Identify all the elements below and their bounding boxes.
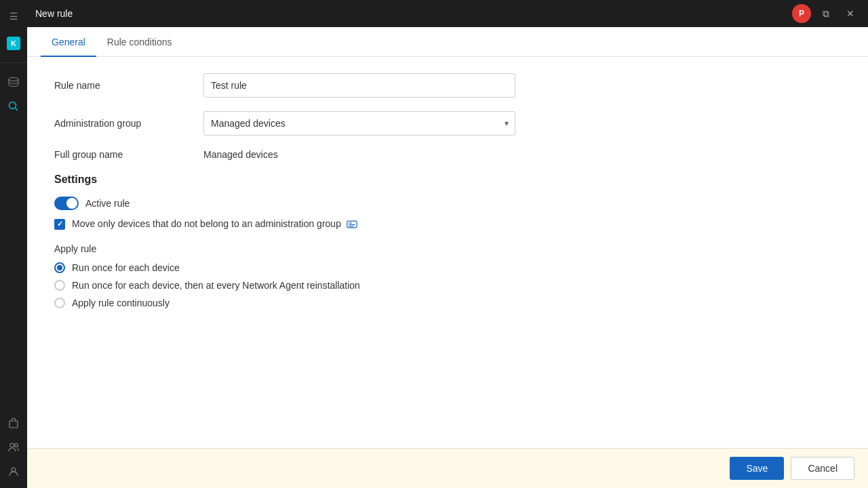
radio-group-apply-rule: Run once for each device Run once for ea… xyxy=(54,262,841,308)
administration-group-row: Administration group Managed devices ▾ xyxy=(54,111,841,136)
administration-group-label: Administration group xyxy=(54,118,203,129)
window-icon: ⧉ xyxy=(823,8,829,20)
tabs-bar: General Rule conditions xyxy=(27,27,868,57)
rule-name-input[interactable] xyxy=(203,73,515,98)
close-icon: ✕ xyxy=(846,8,854,19)
sidebar-menu-icon[interactable]: ☰ xyxy=(3,5,24,27)
radio-row-run-once: Run once for each device xyxy=(54,262,841,273)
sidebar-icon-bag[interactable] xyxy=(3,412,24,434)
settings-section: Settings Active rule Move only devices t… xyxy=(54,174,841,308)
radio-apply-continuous-label: Apply rule continuously xyxy=(72,298,170,308)
info-icon[interactable] xyxy=(347,219,357,230)
administration-group-select-wrapper: Managed devices ▾ xyxy=(203,111,515,136)
sidebar-icon-database[interactable] xyxy=(3,71,24,93)
window-button[interactable]: ⧉ xyxy=(816,4,835,23)
svg-text:K: K xyxy=(11,39,16,47)
radio-row-run-reinstall: Run once for each device, then at every … xyxy=(54,280,841,291)
radio-run-reinstall[interactable] xyxy=(54,280,65,291)
svg-line-4 xyxy=(16,108,18,111)
move-devices-label: Move only devices that do not belong to … xyxy=(72,218,357,230)
svg-rect-11 xyxy=(349,224,355,225)
sidebar-icon-person[interactable] xyxy=(3,461,24,483)
svg-point-8 xyxy=(12,468,16,472)
form-content: Rule name Administration group Managed d… xyxy=(27,57,868,448)
svg-point-7 xyxy=(15,444,18,447)
rule-name-row: Rule name xyxy=(54,73,841,98)
save-button[interactable]: Save xyxy=(730,457,784,480)
svg-rect-10 xyxy=(349,223,352,224)
sidebar-logo[interactable]: K xyxy=(3,33,24,54)
radio-run-once-label: Run once for each device xyxy=(72,262,180,273)
titlebar: New rule P ⧉ ✕ xyxy=(27,0,868,27)
sidebar-icon-users[interactable] xyxy=(3,436,24,458)
move-devices-checkbox[interactable] xyxy=(54,219,65,230)
active-rule-toggle[interactable] xyxy=(54,197,79,210)
radio-apply-continuous[interactable] xyxy=(54,298,65,308)
dialog-title: New rule xyxy=(35,8,787,19)
settings-title: Settings xyxy=(54,174,841,186)
cancel-button[interactable]: Cancel xyxy=(791,457,854,480)
tab-general[interactable]: General xyxy=(41,27,96,57)
dialog-footer: Save Cancel xyxy=(27,448,868,488)
move-devices-row: Move only devices that do not belong to … xyxy=(54,218,841,230)
full-group-name-label: Full group name xyxy=(54,149,203,160)
administration-group-select[interactable]: Managed devices xyxy=(203,111,515,136)
avatar-letter: P xyxy=(799,9,804,18)
radio-row-apply-continuous: Apply rule continuously xyxy=(54,298,841,308)
radio-run-reinstall-label: Run once for each device, then at every … xyxy=(72,280,360,291)
svg-point-6 xyxy=(10,443,14,447)
svg-rect-5 xyxy=(9,421,18,428)
avatar-button[interactable]: P xyxy=(792,4,811,23)
svg-point-3 xyxy=(9,102,16,109)
sidebar: ☰ K xyxy=(0,0,27,488)
titlebar-actions: P ⧉ ✕ xyxy=(792,4,860,23)
dialog-container: General Rule conditions Rule name Admini… xyxy=(27,27,868,488)
full-group-name-row: Full group name Managed devices xyxy=(54,149,841,160)
main-area: New rule P ⧉ ✕ General Rule conditions xyxy=(27,0,868,488)
full-group-name-value: Managed devices xyxy=(203,149,278,160)
rule-name-label: Rule name xyxy=(54,80,203,91)
radio-run-once[interactable] xyxy=(54,262,65,273)
active-rule-label: Active rule xyxy=(85,198,130,209)
apply-rule-label: Apply rule xyxy=(54,243,841,254)
tab-rule-conditions[interactable]: Rule conditions xyxy=(96,27,183,57)
active-rule-row: Active rule xyxy=(54,197,841,210)
svg-point-2 xyxy=(9,78,18,81)
sidebar-icon-search[interactable] xyxy=(3,96,24,117)
close-button[interactable]: ✕ xyxy=(841,4,860,23)
svg-rect-12 xyxy=(349,226,353,227)
